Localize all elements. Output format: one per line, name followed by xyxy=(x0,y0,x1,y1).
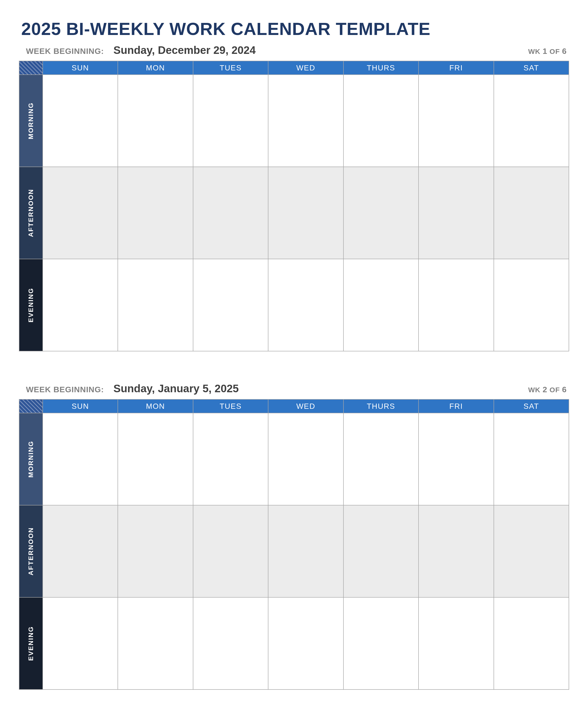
calendar-cell[interactable] xyxy=(419,167,494,259)
week-header-left: WEEK BEGINNING: Sunday, January 5, 2025 xyxy=(26,382,239,395)
calendar-cell[interactable] xyxy=(494,413,569,505)
week-header-left: WEEK BEGINNING: Sunday, December 29, 202… xyxy=(26,44,256,57)
week-header: WEEK BEGINNING: Sunday, January 5, 2025 … xyxy=(19,382,569,399)
calendar-cell[interactable] xyxy=(43,75,118,167)
calendar-cell[interactable] xyxy=(268,597,343,689)
calendar-cell[interactable] xyxy=(343,597,419,689)
calendar-table: SUN MON TUES WED THURS FRI SAT MORNING xyxy=(19,399,569,690)
calendar-table: SUN MON TUES WED THURS FRI SAT MORNING xyxy=(19,61,569,351)
calendar-cell[interactable] xyxy=(343,505,419,597)
calendar-cell[interactable] xyxy=(419,505,494,597)
row-label-afternoon-text: AFTERNOON xyxy=(27,527,35,575)
calendar-cell[interactable] xyxy=(419,413,494,505)
week-counter-num: 1 xyxy=(543,46,547,56)
calendar-cell[interactable] xyxy=(268,167,343,259)
calendar-cell[interactable] xyxy=(193,75,268,167)
day-header-tues: TUES xyxy=(193,61,268,75)
day-header-thurs: THURS xyxy=(343,399,419,413)
row-label-evening: EVENING xyxy=(19,259,43,351)
day-header-sun: SUN xyxy=(43,399,118,413)
corner-cell xyxy=(19,399,43,413)
day-header-mon: MON xyxy=(118,61,193,75)
calendar-cell[interactable] xyxy=(118,505,193,597)
calendar-cell[interactable] xyxy=(43,597,118,689)
calendar-cell[interactable] xyxy=(268,505,343,597)
calendar-cell[interactable] xyxy=(43,505,118,597)
calendar-cell[interactable] xyxy=(419,75,494,167)
calendar-cell[interactable] xyxy=(193,505,268,597)
week-date: Sunday, January 5, 2025 xyxy=(113,382,239,395)
week-header: WEEK BEGINNING: Sunday, December 29, 202… xyxy=(19,44,569,61)
row-label-morning: MORNING xyxy=(19,75,43,167)
calendar-cell[interactable] xyxy=(494,597,569,689)
day-header-mon: MON xyxy=(118,399,193,413)
calendar-cell[interactable] xyxy=(193,413,268,505)
page: 2025 BI-WEEKLY WORK CALENDAR TEMPLATE WE… xyxy=(0,0,588,711)
calendar-cell[interactable] xyxy=(494,505,569,597)
calendar-cell[interactable] xyxy=(343,75,419,167)
week-counter-prefix: WK xyxy=(528,386,540,394)
calendar-cell[interactable] xyxy=(268,413,343,505)
row-label-morning: MORNING xyxy=(19,413,43,505)
calendar-cell[interactable] xyxy=(343,167,419,259)
day-header-sat: SAT xyxy=(494,399,569,413)
day-header-thurs: THURS xyxy=(343,61,419,75)
calendar-cell[interactable] xyxy=(118,413,193,505)
row-label-afternoon: AFTERNOON xyxy=(19,505,43,597)
calendar-cell[interactable] xyxy=(118,75,193,167)
week-counter-total: 6 xyxy=(562,46,567,56)
calendar-cell[interactable] xyxy=(43,167,118,259)
week-date: Sunday, December 29, 2024 xyxy=(113,44,256,57)
week-block-2: WEEK BEGINNING: Sunday, January 5, 2025 … xyxy=(19,382,569,690)
calendar-cell[interactable] xyxy=(494,259,569,351)
row-label-afternoon-text: AFTERNOON xyxy=(27,189,35,237)
calendar-cell[interactable] xyxy=(268,75,343,167)
calendar-cell[interactable] xyxy=(193,259,268,351)
week-counter-num: 2 xyxy=(543,385,547,394)
calendar-cell[interactable] xyxy=(419,597,494,689)
calendar-cell[interactable] xyxy=(118,167,193,259)
corner-cell xyxy=(19,61,43,75)
row-label-afternoon: AFTERNOON xyxy=(19,167,43,259)
day-header-wed: WED xyxy=(268,61,343,75)
day-header-sun: SUN xyxy=(43,61,118,75)
week-counter: WK 2 OF 6 xyxy=(528,385,567,394)
calendar-cell[interactable] xyxy=(118,259,193,351)
day-header-fri: FRI xyxy=(419,61,494,75)
week-beginning-label: WEEK BEGINNING: xyxy=(26,385,104,394)
calendar-cell[interactable] xyxy=(43,259,118,351)
calendar-cell[interactable] xyxy=(268,259,343,351)
week-counter-prefix: WK xyxy=(528,47,540,55)
calendar-cell[interactable] xyxy=(193,167,268,259)
day-header-wed: WED xyxy=(268,399,343,413)
row-label-evening-text: EVENING xyxy=(27,626,35,661)
week-beginning-label: WEEK BEGINNING: xyxy=(26,46,104,56)
row-label-evening-text: EVENING xyxy=(27,287,35,322)
week-counter-total: 6 xyxy=(562,385,567,394)
calendar-cell[interactable] xyxy=(118,597,193,689)
calendar-cell[interactable] xyxy=(193,597,268,689)
calendar-cell[interactable] xyxy=(343,259,419,351)
calendar-cell[interactable] xyxy=(494,75,569,167)
week-counter-of: OF xyxy=(549,47,560,55)
week-counter: WK 1 OF 6 xyxy=(528,46,567,56)
week-counter-of: OF xyxy=(549,386,560,394)
row-label-morning-text: MORNING xyxy=(27,441,35,477)
page-title: 2025 BI-WEEKLY WORK CALENDAR TEMPLATE xyxy=(19,19,569,39)
row-label-evening: EVENING xyxy=(19,597,43,689)
day-header-fri: FRI xyxy=(419,399,494,413)
calendar-cell[interactable] xyxy=(43,413,118,505)
calendar-cell[interactable] xyxy=(494,167,569,259)
day-header-sat: SAT xyxy=(494,61,569,75)
week-block-1: WEEK BEGINNING: Sunday, December 29, 202… xyxy=(19,44,569,351)
day-header-tues: TUES xyxy=(193,399,268,413)
row-label-morning-text: MORNING xyxy=(27,102,35,139)
calendar-cell[interactable] xyxy=(419,259,494,351)
calendar-cell[interactable] xyxy=(343,413,419,505)
